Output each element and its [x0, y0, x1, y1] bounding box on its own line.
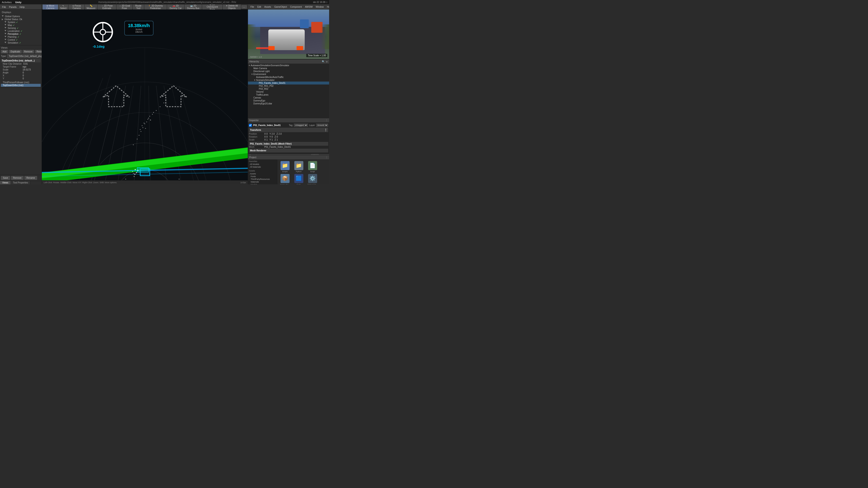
unity-menu-help[interactable]: Help: [326, 5, 329, 8]
view-type-label: Type:: [1, 55, 6, 57]
remove-btn[interactable]: Remove: [11, 176, 24, 180]
inspector-active-checkbox[interactable]: [249, 124, 252, 127]
folder-assets[interactable]: Assets: [248, 172, 277, 175]
add-view-btn[interactable]: Add: [1, 50, 8, 53]
tree-item-dummy-ego[interactable]: DummyEgo: [248, 99, 329, 102]
view-type-select[interactable]: TopDownOrtho (rviz_default_plugins): [7, 54, 42, 58]
tool-goal-pose[interactable]: → 2D Goal Pose: [117, 4, 132, 10]
asset-item-2[interactable]: 📄 Script: [306, 161, 319, 173]
hierarchy-tree[interactable]: ▼ AutowareSimulationScenarioSimulator Ma…: [248, 64, 329, 118]
tool-dummy-car[interactable]: 🚗 2D Dummy Car: [167, 4, 184, 10]
display-global-options[interactable]: Global Options: [1, 15, 41, 18]
rviz-menu-file[interactable]: File: [1, 5, 7, 8]
inspector-tag-select[interactable]: Untagged: [294, 124, 308, 127]
fav-all-models[interactable]: All Models: [248, 163, 277, 166]
unity-menu-awsim[interactable]: AWSIM: [304, 5, 314, 8]
tree-item-p02[interactable]: P02_R01_P02: [248, 85, 329, 88]
rename-btn[interactable]: Rename: [24, 176, 37, 180]
tree-item-canvas[interactable]: Canvas: [248, 96, 329, 99]
rviz-viewport[interactable]: -0.1deg 18.38km/h limited18km/h Left-Cli…: [42, 9, 248, 184]
tool-focus-camera[interactable]: ⊙ Focus Camera: [69, 4, 84, 10]
display-system[interactable]: System ✓: [1, 21, 41, 24]
tree-item-main-cam[interactable]: Main Camera: [248, 67, 329, 70]
assets-tree[interactable]: Favorites All Models All Materials Asset…: [248, 160, 277, 184]
os-menu[interactable]: Activities Unity: [2, 1, 22, 4]
tool-move-camera[interactable]: ⊕ Move Camera: [43, 4, 58, 10]
unity-menu-window[interactable]: Window: [315, 5, 325, 8]
unity-menu-component[interactable]: Component: [289, 5, 303, 8]
asset-label-4: Cube: [297, 184, 301, 184]
views-section: Views Add Duplicate Remove Rename Type: …: [0, 45, 41, 88]
fav-all-materials[interactable]: All Materials: [248, 166, 277, 168]
rename-view-btn[interactable]: Rename: [35, 50, 42, 53]
tree-item-p01[interactable]: P01_Facets_Index_Dev01: [248, 82, 329, 85]
duplicate-view-btn[interactable]: Duplicate: [9, 50, 22, 53]
display-control[interactable]: Control ✓: [1, 38, 41, 41]
transform-options-icon[interactable]: ⋮: [324, 128, 327, 131]
inspector-options-icon[interactable]: ⋮: [326, 119, 328, 122]
tab-tool-properties[interactable]: Tool Properties: [11, 181, 31, 184]
view-list-item-third[interactable]: ThirdPersonFollower (rviz): [1, 81, 41, 84]
display-label: Global Status: Ok: [4, 18, 22, 21]
display-global-status[interactable]: Global Status: Ok: [1, 18, 41, 21]
folder-materials[interactable]: Materials: [248, 181, 277, 183]
asset-item-1[interactable]: 📁 Python: [292, 161, 305, 173]
unity-scene-view[interactable]: Time Scale × 1.00 AWSIM × 1.0: [248, 9, 329, 59]
svg-line-17: [53, 74, 111, 180]
svg-point-26: [143, 127, 143, 128]
tool-delete-all[interactable]: ✕ Delete All Objects: [223, 4, 241, 10]
tool-extra[interactable]: …: [241, 5, 247, 8]
display-simulation[interactable]: Simulation ✓: [1, 41, 41, 44]
tree-item-root[interactable]: ▼ AutowareSimulationScenarioSimulator: [248, 64, 329, 67]
unity-menu-assets[interactable]: Assets: [263, 5, 272, 8]
tool-dummy-ped[interactable]: 🚶 2D Dummy Pedestrian: [145, 4, 166, 10]
display-localization[interactable]: Localization ✓: [1, 30, 41, 33]
tree-item-autoware[interactable]: AutowareMocks/AutoTraffic: [248, 76, 329, 78]
inspector-layer-select[interactable]: Ground: [316, 124, 328, 127]
tool-measure[interactable]: 📏 Measure: [85, 4, 97, 10]
assets-header: Project ⋮: [248, 155, 329, 160]
tree-item-dir-light[interactable]: Directional Light: [248, 70, 329, 73]
tree-item-p03[interactable]: P03_R02: [248, 88, 329, 90]
tool-select[interactable]: ↖ Select: [59, 4, 68, 10]
unity-menu-file[interactable]: File: [249, 5, 255, 8]
hierarchy-add-icon[interactable]: +: [326, 60, 328, 64]
remove-view-btn[interactable]: Remove: [23, 50, 34, 53]
assets-options-icon[interactable]: ⋮: [326, 156, 328, 159]
svg-point-43: [163, 103, 164, 103]
rviz-menu-panels[interactable]: Panels: [8, 5, 18, 8]
unity-app-label: Unity: [15, 1, 22, 4]
asset-item-3[interactable]: 📦 Asset_day...: [279, 174, 291, 184]
tree-item-traffic-lanes[interactable]: TrafficLanes: [248, 93, 329, 96]
tool-dummy-bus[interactable]: 🚌 2D Dummy Bus: [185, 4, 202, 10]
tab-views[interactable]: Views: [0, 181, 11, 184]
display-sensing[interactable]: Sensing ✓: [1, 27, 41, 30]
unity-menu-edit[interactable]: Edit: [256, 5, 262, 8]
view-list-item-top[interactable]: TopDownOrtho (rviz): [1, 84, 41, 87]
tree-item-scenario-sim[interactable]: ▼ ScenarioSimulator: [248, 78, 329, 82]
display-map[interactable]: Map ✓: [1, 24, 41, 27]
view-type-row: Type: TopDownOrtho (rviz_default_plugins…: [1, 54, 41, 58]
activities-btn[interactable]: Activities: [2, 1, 11, 4]
viewport-canvas[interactable]: -0.1deg 18.38km/h limited18km/h: [42, 9, 248, 180]
tree-item-environment[interactable]: ▼ Environment: [248, 73, 329, 76]
unity-menu-gameobject[interactable]: GameObject: [273, 5, 288, 8]
viewport-status-bar: Left-Click: Rotate. Middle-Click: Move X…: [42, 180, 248, 184]
display-label: Global Options: [5, 15, 20, 18]
display-planning[interactable]: Planning ✓: [1, 35, 41, 38]
asset-item-5[interactable]: ⚙️ Debug Scr...: [306, 174, 319, 184]
hierarchy-search-icon[interactable]: 🔍: [322, 60, 324, 63]
tool-route[interactable]: Route Tool: [133, 4, 144, 10]
display-perception[interactable]: Perception ✓: [1, 33, 41, 35]
rviz-menu-help[interactable]: Help: [18, 5, 26, 8]
asset-item-4[interactable]: 🟦 Cube: [292, 174, 305, 184]
folder-fonts[interactable]: Fonts: [248, 175, 277, 178]
tree-item-volume[interactable]: Volume: [248, 90, 329, 93]
tree-item-dummy-ego2[interactable]: DummyEgo2/Lidar: [248, 102, 329, 105]
assets-grid[interactable]: 📁 Scripts 📁 Python 📄 Script 📦 Asset_day.…: [277, 160, 329, 184]
save-btn[interactable]: Save: [1, 176, 10, 180]
folder-third-party[interactable]: ThirdPartyResources: [248, 178, 277, 181]
tool-pose-estimate[interactable]: → 2D Pose Estimate: [98, 4, 116, 10]
folder-models[interactable]: Models: [248, 183, 277, 184]
asset-item-0[interactable]: 📁 Scripts: [279, 161, 291, 173]
